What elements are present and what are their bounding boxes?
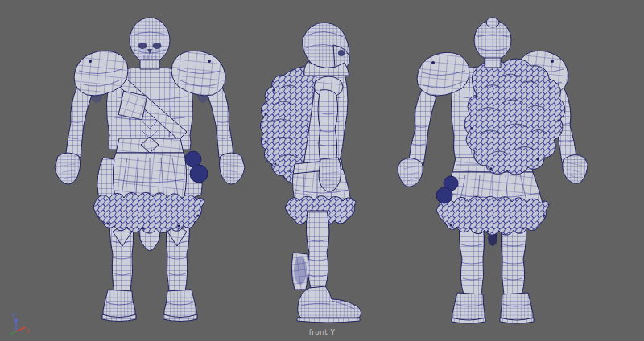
front-fur-trim[interactable] (93, 192, 204, 233)
axis-x-label: x (26, 327, 30, 335)
scene-canvas[interactable]: y x (0, 0, 644, 341)
model-back-view[interactable] (398, 18, 588, 323)
back-fur-trim[interactable] (436, 196, 549, 235)
3d-viewport[interactable]: y x front Y (0, 0, 644, 341)
view-axis-gizmo: y x (10, 311, 30, 335)
side-hood[interactable] (303, 23, 350, 76)
side-rear-leg[interactable] (291, 253, 308, 290)
model-front-view[interactable] (55, 18, 245, 322)
axis-y-label: y (12, 311, 16, 318)
model-side-view[interactable] (261, 23, 361, 323)
front-head[interactable] (130, 18, 170, 69)
camera-label: front Y (309, 328, 336, 336)
back-head[interactable] (474, 18, 511, 68)
front-belt[interactable] (116, 137, 184, 153)
